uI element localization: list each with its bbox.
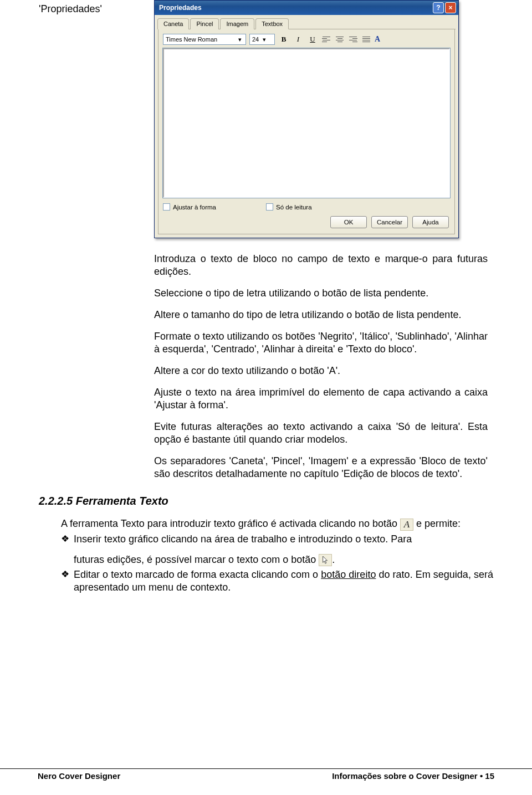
paragraph: Ajuste o texto na área imprimível do ele… [154, 386, 488, 412]
footer-left: Nero Cover Designer [38, 771, 120, 781]
dialog-title: Propriedades [159, 4, 202, 12]
text-run: e permite: [413, 518, 461, 529]
pointer-tool-icon [319, 554, 332, 566]
tab-caneta[interactable]: Caneta [157, 18, 189, 29]
text-run: A ferramenta Texto para introduzir texto… [61, 518, 400, 529]
fit-to-shape-checkbox[interactable]: Ajustar à forma [163, 203, 216, 211]
help-button[interactable]: Ajuda [412, 216, 449, 228]
checkbox-icon [266, 203, 273, 211]
paragraph: Altere a cor do texto utilizando o botão… [154, 365, 488, 377]
read-only-checkbox[interactable]: Só de leitura [266, 203, 312, 211]
section-heading: 2.2.2.5 Ferramenta Texto [39, 495, 493, 507]
checkbox-icon [163, 203, 170, 211]
body-text: Introduza o texto de bloco no campo de t… [154, 253, 488, 480]
italic-button[interactable]: I [293, 34, 304, 45]
tab-pincel[interactable]: Pincel [190, 18, 219, 29]
properties-dialog: Propriedades ? × Caneta Pincel Imagem Te… [154, 0, 459, 238]
ok-button[interactable]: OK [330, 216, 367, 228]
align-justify-button[interactable] [361, 34, 371, 44]
dialog-tabs: Caneta Pincel Imagem Textbox [157, 18, 456, 29]
close-icon[interactable]: × [445, 2, 456, 13]
list-item: ❖ Inserir texto gráfico clicando na área… [61, 533, 493, 566]
bullet-icon: • [480, 771, 485, 781]
dialog-titlebar[interactable]: Propriedades ? × [155, 1, 458, 15]
tab-textbox[interactable]: Textbox [255, 18, 289, 29]
bullet-icon: ❖ [61, 568, 69, 581]
text-color-button[interactable]: A [375, 35, 380, 44]
footer-right-text: Informações sobre o Cover Designer [332, 771, 478, 781]
font-size-select[interactable]: 24 ▾ [249, 34, 275, 45]
footer-page-number: 15 [485, 771, 494, 781]
text-input-area[interactable] [163, 48, 450, 198]
text-tool-icon: A [400, 519, 413, 531]
lower-block: A ferramenta Texto para introduzir texto… [39, 517, 493, 594]
list-item: ❖ Editar o texto marcado de forma exacta… [61, 568, 493, 594]
dialog-body: Times New Roman ▾ 24 ▾ B I U A [158, 29, 455, 234]
paragraph: Evite futuras alterações ao texto activa… [154, 420, 488, 446]
text-run-underline: botão direito [321, 569, 376, 580]
read-only-label: Só de leitura [276, 204, 312, 211]
paragraph: A ferramenta Texto para introduzir texto… [61, 517, 493, 530]
text-run: Editar o texto marcado de forma exacta c… [74, 569, 321, 580]
underline-button[interactable]: U [307, 34, 318, 45]
chevron-down-icon: ▾ [237, 36, 243, 43]
text-run: . [332, 554, 335, 565]
footer-right: Informações sobre o Cover Designer • 15 [332, 771, 494, 781]
help-icon[interactable]: ? [433, 2, 444, 13]
bullet-icon: ❖ [61, 533, 69, 545]
cancel-button[interactable]: Cancelar [371, 216, 408, 228]
tab-imagem[interactable]: Imagem [220, 18, 254, 29]
bold-button[interactable]: B [278, 34, 289, 45]
align-right-button[interactable] [348, 34, 358, 44]
paragraph: Seleccione o tipo de letra utilizando o … [154, 287, 488, 300]
paragraph: Introduza o texto de bloco no campo de t… [154, 253, 488, 278]
font-name-select[interactable]: Times New Roman ▾ [163, 34, 246, 45]
paragraph: Altere o tamanho do tipo de letra utiliz… [154, 309, 488, 321]
text-toolbar: Times New Roman ▾ 24 ▾ B I U A [163, 34, 450, 45]
page-footer: Nero Cover Designer Informações sobre o … [0, 768, 532, 781]
chevron-down-icon: ▾ [261, 36, 268, 43]
font-size-value: 24 [252, 36, 259, 43]
paragraph: Os separadores 'Caneta', 'Pincel', 'Imag… [154, 455, 488, 480]
text-run: Inserir texto gráfico clicando na área d… [74, 534, 412, 545]
paragraph: Formate o texto utilizando os botões 'Ne… [154, 330, 488, 356]
font-name-value: Times New Roman [166, 36, 217, 43]
align-left-button[interactable] [321, 34, 331, 44]
text-run: futuras edições, é possível marcar o tex… [74, 554, 319, 565]
properties-label: 'Propriedades' [39, 0, 139, 15]
fit-to-shape-label: Ajustar à forma [173, 204, 216, 211]
align-center-button[interactable] [335, 34, 345, 44]
